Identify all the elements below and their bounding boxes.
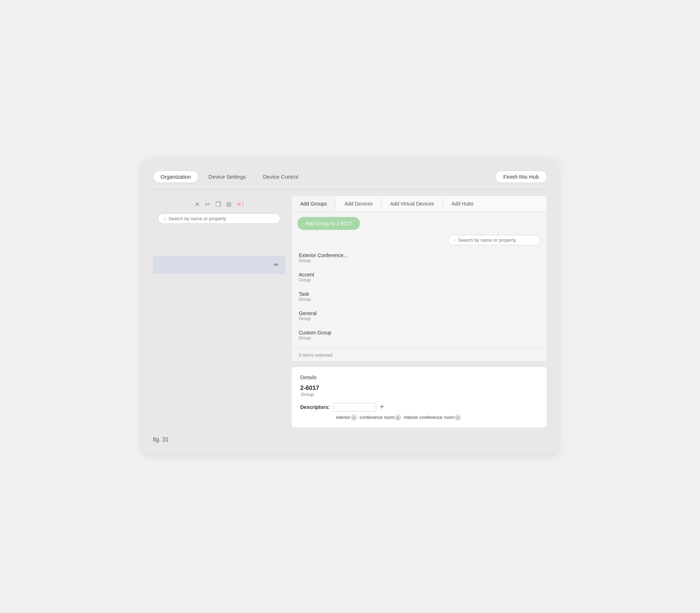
list-item[interactable]: General Group — [292, 306, 547, 325]
descriptors-row: Descriptors: + — [300, 403, 538, 412]
force-delete-icon[interactable]: ✕! — [236, 201, 244, 208]
details-panel: Details 2-6017 Group Descriptors: + inte… — [291, 367, 547, 428]
descriptor-input[interactable] — [333, 403, 376, 412]
list-item[interactable]: Accent Group — [292, 267, 547, 287]
left-panel: ✕ ✂ ❐ ⊞ ✕! ⌕ ✏ — [153, 196, 286, 428]
group-item-type: Group — [299, 258, 540, 263]
finish-hub-button[interactable]: Finish this Hub — [495, 170, 547, 183]
group-item-type: Group — [299, 297, 540, 302]
tab-add-groups[interactable]: Add Groups — [292, 196, 336, 212]
details-device-name: 2-6017 — [300, 385, 538, 392]
add-group-to-hub-button[interactable]: Add Group to 2-6017 — [297, 217, 360, 230]
right-search-input[interactable] — [458, 237, 536, 243]
group-item-name: General — [299, 310, 540, 316]
descriptor-tag-interior-conference-room: interior conference room ⊗ — [404, 415, 461, 420]
group-item-type: Group — [299, 277, 540, 283]
details-title: Details — [300, 374, 538, 380]
group-item-name: Exterior Conference... — [299, 252, 540, 258]
group-item-name: Task — [299, 291, 540, 297]
descriptor-tag-interior: interior ⊗ — [336, 415, 357, 420]
main-content: ✕ ✂ ❐ ⊞ ✕! ⌕ ✏ — [153, 196, 547, 428]
group-item-type: Group — [299, 316, 540, 321]
nav-tabs: Organization Device Settings Device Cont… — [153, 170, 306, 183]
right-panel: Add Groups Add Devices Add Virtual Devic… — [291, 196, 547, 428]
figure-label: fig. 31 — [153, 436, 547, 443]
left-toolbar: ✕ ✂ ❐ ⊞ ✕! — [153, 196, 286, 213]
group-item-name: Accent — [299, 272, 540, 277]
tab-device-control[interactable]: Device Control — [256, 170, 305, 183]
left-list-area: ✏ — [153, 227, 286, 428]
descriptors-label: Descriptors: — [300, 403, 330, 410]
group-list: Exterior Conference... Group Accent Grou… — [292, 248, 547, 348]
tab-add-virtual-devices[interactable]: Add Virtual Devices — [382, 196, 443, 212]
items-selected-status: 0 items selected — [292, 348, 547, 361]
list-item[interactable]: Exterior Conference... Group — [292, 248, 547, 267]
details-device-type: Group — [300, 392, 538, 397]
list-item-empty-1[interactable] — [153, 227, 286, 256]
tab-device-settings[interactable]: Device Settings — [201, 170, 253, 183]
top-nav-bar: Organization Device Settings Device Cont… — [153, 170, 547, 190]
tag-label: interior — [336, 415, 350, 420]
remove-tag-conference-room[interactable]: ⊗ — [395, 415, 401, 420]
right-top-panel: Add Groups Add Devices Add Virtual Devic… — [291, 196, 547, 362]
left-search-bar[interactable]: ⌕ — [158, 213, 281, 224]
left-search-icon: ⌕ — [163, 216, 166, 221]
list-item[interactable]: Task Group — [292, 287, 547, 306]
copy-icon[interactable]: ❐ — [215, 201, 221, 208]
descriptor-tags: interior ⊗ conference room ⊗ interior co… — [300, 415, 538, 420]
group-item-name: Custom Group — [299, 330, 540, 336]
descriptor-tag-conference-room: conference room ⊗ — [360, 415, 401, 420]
tag-label: interior conference room — [404, 415, 454, 420]
app-container: Organization Device Settings Device Cont… — [142, 160, 558, 454]
tab-add-hubs[interactable]: Add Hubs — [443, 196, 482, 212]
right-search-bar[interactable]: ⌕ — [448, 235, 541, 245]
edit-icon[interactable]: ✏ — [274, 261, 278, 268]
tab-organization[interactable]: Organization — [153, 170, 198, 183]
right-search-icon: ⌕ — [453, 237, 456, 243]
add-descriptor-button[interactable]: + — [380, 403, 384, 411]
left-search-input[interactable] — [168, 216, 275, 221]
list-item[interactable]: Custom Group Group — [292, 325, 547, 345]
list-item-selected[interactable]: ✏ — [153, 256, 286, 274]
paste-icon[interactable]: ⊞ — [226, 201, 231, 208]
list-item-empty-2[interactable] — [153, 274, 286, 403]
tag-label: conference room — [360, 415, 395, 420]
cut-icon[interactable]: ✂ — [205, 201, 210, 208]
right-tab-bar: Add Groups Add Devices Add Virtual Devic… — [292, 196, 547, 212]
group-item-type: Group — [299, 336, 540, 341]
remove-tag-interior-conference-room[interactable]: ⊗ — [455, 415, 461, 420]
tab-add-devices[interactable]: Add Devices — [336, 196, 382, 212]
delete-icon[interactable]: ✕ — [195, 201, 200, 208]
remove-tag-interior[interactable]: ⊗ — [351, 415, 357, 420]
